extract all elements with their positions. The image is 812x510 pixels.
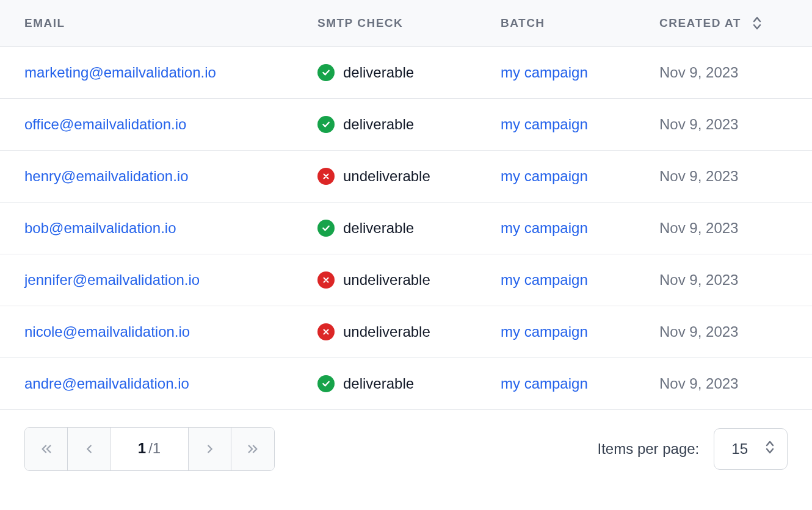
items-per-page: Items per page: 15 bbox=[598, 428, 788, 470]
created-at-cell: Nov 9, 2023 bbox=[635, 306, 812, 358]
page-indicator: 1 /1 bbox=[111, 428, 189, 470]
table-row: marketing@emailvalidation.iodeliverablem… bbox=[0, 47, 812, 99]
column-header-smtp[interactable]: SMTP CHECK bbox=[293, 0, 476, 47]
pagination: 1 /1 bbox=[24, 427, 275, 471]
batch-link[interactable]: my campaign bbox=[501, 220, 588, 236]
created-at-cell: Nov 9, 2023 bbox=[635, 358, 812, 410]
check-circle-icon bbox=[317, 220, 335, 237]
email-link[interactable]: office@emailvalidation.io bbox=[24, 116, 186, 132]
chevron-updown-icon bbox=[765, 440, 775, 458]
table-row: henry@emailvalidation.ioundeliverablemy … bbox=[0, 151, 812, 203]
x-circle-icon bbox=[317, 323, 335, 340]
smtp-status-label: deliverable bbox=[343, 220, 414, 237]
batch-link[interactable]: my campaign bbox=[501, 116, 588, 132]
column-header-created-label: CREATED AT bbox=[659, 16, 741, 30]
created-at-cell: Nov 9, 2023 bbox=[635, 47, 812, 99]
current-page: 1 bbox=[138, 440, 146, 457]
created-at-cell: Nov 9, 2023 bbox=[635, 151, 812, 203]
column-header-created[interactable]: CREATED AT bbox=[635, 0, 812, 47]
batch-link[interactable]: my campaign bbox=[501, 323, 588, 340]
table-row: bob@emailvalidation.iodeliverablemy camp… bbox=[0, 203, 812, 254]
batch-link[interactable]: my campaign bbox=[501, 271, 588, 288]
email-link[interactable]: andre@emailvalidation.io bbox=[24, 375, 189, 392]
table-row: jennifer@emailvalidation.ioundeliverable… bbox=[0, 254, 812, 306]
check-circle-icon bbox=[317, 375, 335, 392]
validation-table: EMAIL SMTP CHECK BATCH CREATED AT market… bbox=[0, 0, 812, 410]
email-link[interactable]: nicole@emailvalidation.io bbox=[24, 323, 190, 340]
last-page-button[interactable] bbox=[231, 428, 274, 470]
sort-icon[interactable] bbox=[752, 16, 762, 31]
first-page-button[interactable] bbox=[25, 428, 68, 470]
column-header-batch[interactable]: BATCH bbox=[476, 0, 635, 47]
items-per-page-value: 15 bbox=[731, 440, 748, 458]
items-per-page-label: Items per page: bbox=[598, 440, 700, 458]
smtp-status-label: deliverable bbox=[343, 375, 414, 392]
created-at-cell: Nov 9, 2023 bbox=[635, 99, 812, 151]
smtp-status-label: deliverable bbox=[343, 64, 414, 81]
email-link[interactable]: bob@emailvalidation.io bbox=[24, 220, 176, 236]
smtp-status-label: undeliverable bbox=[343, 323, 430, 340]
batch-link[interactable]: my campaign bbox=[501, 168, 588, 184]
smtp-status-label: deliverable bbox=[343, 116, 414, 133]
x-circle-icon bbox=[317, 271, 335, 289]
column-header-email[interactable]: EMAIL bbox=[0, 0, 293, 47]
items-per-page-select[interactable]: 15 bbox=[714, 428, 788, 470]
total-pages: /1 bbox=[148, 440, 161, 457]
email-link[interactable]: marketing@emailvalidation.io bbox=[24, 64, 216, 81]
batch-link[interactable]: my campaign bbox=[501, 375, 588, 392]
created-at-cell: Nov 9, 2023 bbox=[635, 254, 812, 306]
batch-link[interactable]: my campaign bbox=[501, 64, 588, 81]
table-row: office@emailvalidation.iodeliverablemy c… bbox=[0, 99, 812, 151]
x-circle-icon bbox=[317, 168, 335, 185]
prev-page-button[interactable] bbox=[68, 428, 111, 470]
email-link[interactable]: henry@emailvalidation.io bbox=[24, 168, 189, 184]
smtp-status-label: undeliverable bbox=[343, 168, 430, 185]
table-row: andre@emailvalidation.iodeliverablemy ca… bbox=[0, 358, 812, 410]
email-link[interactable]: jennifer@emailvalidation.io bbox=[24, 271, 200, 288]
table-row: nicole@emailvalidation.ioundeliverablemy… bbox=[0, 306, 812, 358]
check-circle-icon bbox=[317, 116, 335, 133]
table-footer: 1 /1 Items per page: 15 bbox=[0, 410, 812, 488]
created-at-cell: Nov 9, 2023 bbox=[635, 203, 812, 254]
smtp-status-label: undeliverable bbox=[343, 271, 430, 289]
next-page-button[interactable] bbox=[189, 428, 231, 470]
table-header-row: EMAIL SMTP CHECK BATCH CREATED AT bbox=[0, 0, 812, 47]
check-circle-icon bbox=[317, 64, 335, 81]
